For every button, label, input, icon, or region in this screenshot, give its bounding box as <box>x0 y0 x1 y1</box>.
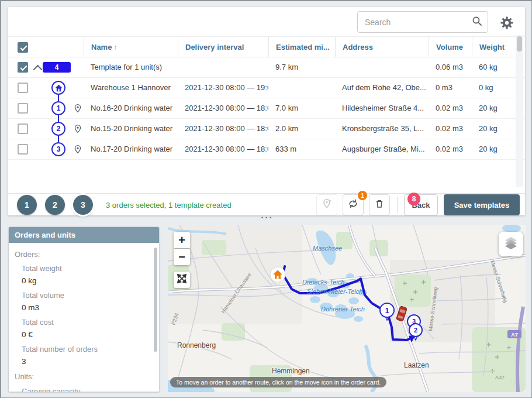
cell-name: No.16-20 Drinking water <box>84 98 178 118</box>
summary-item-label: Total weight <box>22 264 62 273</box>
search-icon[interactable] <box>472 16 482 29</box>
route-connector-line <box>58 87 59 147</box>
column-header-estimated-mileage[interactable]: Estimated mi... <box>268 37 335 57</box>
assign-location-button <box>316 194 337 215</box>
row-checkbox[interactable] <box>18 144 28 155</box>
sync-icon <box>347 198 359 212</box>
settings-gear-icon[interactable] <box>499 15 514 30</box>
cell-volume: 0.02 m3 <box>429 139 472 159</box>
town-label: Laatzen <box>404 361 429 369</box>
stop-number-badge: 1 <box>51 101 65 115</box>
cell-interval: 2021-12-30 08:00 — 19:00 <box>178 78 268 98</box>
cell-estimated: 2.0 km <box>268 119 335 139</box>
cell-volume: 0.02 m3 <box>429 98 472 118</box>
row-checkbox[interactable] <box>18 83 28 93</box>
row-checkbox[interactable] <box>18 62 28 73</box>
svg-text:1: 1 <box>385 307 389 315</box>
map-zoom-out-button[interactable]: − <box>174 249 190 265</box>
table-header: Name↑ Delivery interval Estimated mi... … <box>8 36 525 57</box>
location-pin-icon <box>73 145 82 154</box>
collapse-chevron-icon[interactable] <box>33 65 43 74</box>
table-scrollbar-thumb[interactable] <box>517 36 522 52</box>
column-header-name[interactable]: Name↑ <box>84 37 178 57</box>
orders-table-card: Name↑ Delivery interval Estimated mi... … <box>8 7 525 215</box>
move-count-badge: 1 <box>358 191 367 200</box>
orders-and-units-panel: Orders and units Orders: Total weight 0 … <box>8 227 160 392</box>
map-layers-button[interactable] <box>499 232 523 256</box>
motorway-shield: A7 <box>507 330 521 338</box>
orders-section-label: Orders: <box>15 250 40 259</box>
summary-item-value: 0 kg <box>22 276 37 285</box>
cell-weight: 20 kg <box>472 119 506 139</box>
hint-step-badge: 8 <box>407 193 420 205</box>
delete-button[interactable] <box>369 194 390 215</box>
table-row-warehouse[interactable]: Warehouse 1 Hannover 2021-12-30 08:00 — … <box>8 78 525 98</box>
add-location-icon <box>321 198 333 212</box>
row-checkbox[interactable] <box>18 123 28 134</box>
table-scrollbar-track[interactable] <box>516 35 523 187</box>
cell-address: Kronsbergstraße 35, L... <box>335 119 429 139</box>
summary-item-label-clipped: Carrying capacity <box>22 387 80 392</box>
cell-name: No.17-20 Drinking water <box>84 139 178 159</box>
svg-text:2: 2 <box>414 327 417 334</box>
search-box <box>357 11 488 33</box>
town-label: Hemmingen <box>272 367 310 375</box>
svg-text:A7: A7 <box>511 332 518 338</box>
step-3-button[interactable]: 3 <box>73 195 93 215</box>
cell-weight: 60 kg <box>472 57 506 77</box>
map-zoom-in-button[interactable]: + <box>174 232 190 248</box>
row-checkbox[interactable] <box>18 103 28 114</box>
stop-number-badge: 3 <box>51 142 65 156</box>
map-hint-tooltip: To move an order to another route, click… <box>170 377 386 387</box>
step-1-button[interactable]: 1 <box>17 195 37 215</box>
table-row-order[interactable]: 2 No.15-20 Drinking water 2021-12-30 08:… <box>8 119 525 139</box>
route-planner-screen: { "topbar": { "search_placeholder": "Sea… <box>0 0 532 398</box>
cell-weight: 20 kg <box>472 98 506 118</box>
cell-address: Augsburger Straße, Mi... <box>335 139 429 159</box>
cell-volume: 0 m3 <box>429 78 472 98</box>
summary-item-value: 0 m3 <box>22 303 39 312</box>
selection-status-text: 3 orders selected, 1 template created <box>106 201 232 210</box>
save-templates-button[interactable]: Save templates <box>444 194 520 215</box>
move-to-route-button[interactable]: 1 <box>343 194 364 215</box>
location-pin-icon <box>73 124 82 133</box>
cell-volume: 0.02 m3 <box>429 119 472 139</box>
cell-estimated: 7.0 km <box>268 98 335 118</box>
units-section-label: Units: <box>15 372 34 381</box>
column-header-address[interactable]: Address <box>335 37 429 57</box>
panel-title: Orders and units <box>9 227 159 243</box>
table-row-order[interactable]: 3 No.17-20 Drinking water 2021-12-30 08:… <box>8 139 525 160</box>
column-header-weight[interactable]: Weight <box>472 37 506 57</box>
water-label: Dreiecks-Teich <box>302 279 344 286</box>
summary-item-value: 0 € <box>22 330 33 339</box>
cell-name: Warehouse 1 Hannover <box>84 78 178 98</box>
splitter-handle[interactable]: ··· <box>254 215 281 222</box>
water-label: Döhrener Teich <box>321 306 365 313</box>
map-fullscreen-button[interactable] <box>174 272 190 288</box>
cell-interval: 2021-12-30 08:00 — 18:00 <box>178 119 268 139</box>
location-pin-icon <box>73 104 82 113</box>
select-all-checkbox[interactable] <box>18 42 28 53</box>
summary-item-label: Total volume <box>22 291 64 300</box>
map-canvas: 1 3 2 Maschsee Dreiecks-Teich Sieben-Met… <box>168 225 526 392</box>
table-body: 4 Template for 1 unit(s) 9.7 km 0.06 m3 … <box>8 57 525 160</box>
cell-name: Template for 1 unit(s) <box>84 57 178 77</box>
stop-number-badge: 2 <box>51 122 65 136</box>
header-select-cell <box>8 37 84 57</box>
warehouse-home-icon <box>51 81 65 95</box>
cell-estimated: 9.7 km <box>268 57 335 77</box>
column-header-volume[interactable]: Volume <box>429 37 472 57</box>
cell-volume: 0.06 m3 <box>429 57 472 77</box>
cell-interval: 2021-12-30 08:00 — 18:00 <box>178 139 268 159</box>
column-header-delivery-interval[interactable]: Delivery interval <box>178 37 268 57</box>
step-2-button[interactable]: 2 <box>45 195 65 215</box>
cell-weight: 0 kg <box>472 78 506 98</box>
route-map[interactable]: 1 3 2 Maschsee Dreiecks-Teich Sieben-Met… <box>168 225 526 392</box>
table-row-template[interactable]: 4 Template for 1 unit(s) 9.7 km 0.06 m3 … <box>8 57 525 78</box>
water-label: Maschsee <box>313 245 342 252</box>
water-label: Sieben-Meter-Teich <box>307 288 362 295</box>
summary-item-label: Total number of orders <box>22 345 98 354</box>
table-row-order[interactable]: 1 No.16-20 Drinking water 2021-12-30 08:… <box>8 98 525 119</box>
search-input[interactable] <box>364 17 472 28</box>
panel-scrollbar-thumb[interactable] <box>154 248 157 352</box>
